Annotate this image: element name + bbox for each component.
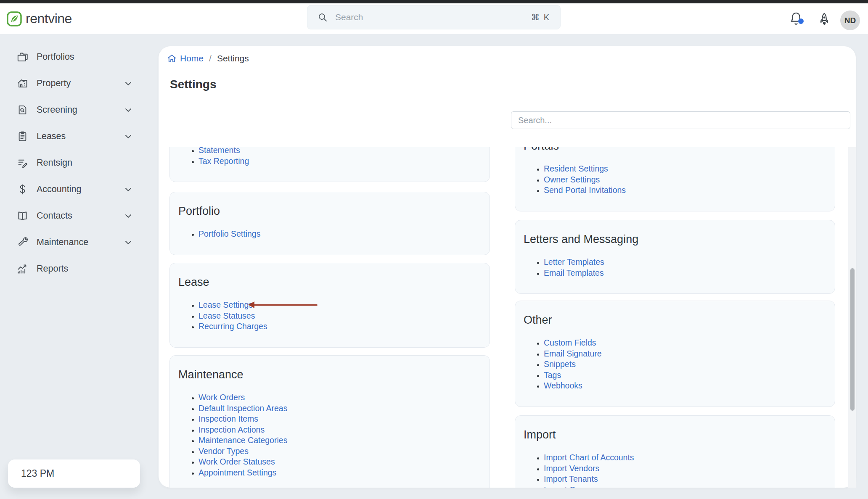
sidebar-label: Maintenance (37, 237, 88, 248)
sidebar-label: Reports (37, 264, 68, 274)
settings-link-item: Appointment Settings (198, 467, 473, 478)
card-title: Portfolio (178, 204, 473, 219)
breadcrumb-home-link[interactable]: Home (180, 53, 204, 63)
sidebar-item-leases[interactable]: Leases (0, 123, 159, 150)
settings-link-item: Work Orders (198, 392, 473, 403)
sidebar-item-portfolios[interactable]: Portfolios (0, 44, 159, 70)
settings-link[interactable]: Tags (544, 370, 561, 380)
breadcrumb-separator: / (209, 53, 212, 63)
settings-link[interactable]: Import Vendors (544, 464, 599, 473)
sidebar-item-accounting[interactable]: Accounting (0, 176, 159, 203)
settings-link[interactable]: Email Signature (544, 349, 602, 358)
settings-link[interactable]: Inspection Actions (198, 425, 265, 434)
settings-link-item: Webhooks (544, 380, 818, 391)
settings-link[interactable]: Inspection Items (198, 414, 258, 423)
scrollbar-thumb[interactable] (850, 268, 855, 411)
settings-link[interactable]: Statements (198, 147, 240, 155)
settings-link-item: Snippets (544, 359, 818, 370)
settings-link-item: Import Chart of Accounts (544, 452, 818, 463)
settings-link[interactable]: Import Owners (544, 485, 598, 488)
settings-card-maintenance: Maintenance Work OrdersDefault Inspectio… (169, 355, 490, 488)
folders-icon (17, 51, 28, 63)
whats-new-rocket-button[interactable] (818, 3, 831, 34)
settings-link-list: Resident SettingsOwner SettingsSend Port… (524, 164, 818, 196)
settings-link-item: Owner Settings (544, 174, 818, 185)
settings-link[interactable]: Import Tenants (544, 474, 598, 483)
settings-link-item: Maintenance Categories (198, 435, 473, 446)
logo-wordmark: rentvine (26, 11, 72, 26)
page-title: Settings (170, 78, 216, 91)
dollar-icon (17, 184, 28, 195)
settings-link-item: Tags (544, 370, 818, 381)
settings-link-item: Email Signature (544, 349, 818, 359)
clock-time: 123 PM (21, 468, 54, 479)
settings-link-item: Default Inspection Areas (198, 403, 473, 414)
settings-link[interactable]: Import Chart of Accounts (544, 453, 634, 462)
settings-link-item: Custom Fields (544, 338, 818, 349)
notification-badge-dot (798, 18, 804, 24)
settings-link-item: Email Templates (544, 268, 818, 279)
sidebar-item-reports[interactable]: Reports (0, 256, 159, 282)
settings-card-letters-messaging: Letters and Messaging Letter TemplatesEm… (515, 220, 835, 294)
chevron-down-icon (124, 213, 132, 219)
settings-link-item: Lease Statuses (198, 311, 473, 322)
settings-link[interactable]: Appointment Settings (198, 468, 276, 477)
clipboard-icon (17, 131, 28, 142)
settings-link[interactable]: Custom Fields (544, 338, 596, 347)
settings-link[interactable]: Recurring Charges (198, 322, 267, 331)
card-title: Import (524, 428, 818, 442)
sidebar-nav: Portfolios Property Screening Leases (0, 44, 159, 282)
home-icon[interactable] (167, 54, 177, 63)
sidebar-item-property[interactable]: Property (0, 70, 159, 97)
settings-link-list: Import Chart of AccountsImport VendorsIm… (524, 452, 818, 488)
house-icon (17, 78, 28, 89)
settings-link-item: Vendor Types (198, 446, 473, 457)
search-shortcut-hint: ⌘ K (531, 12, 550, 22)
settings-link-list: Lease SettingsLease StatusesRecurring Ch… (178, 300, 473, 332)
settings-link[interactable]: Maintenance Categories (198, 436, 287, 445)
settings-link[interactable]: Send Portal Invitations (544, 185, 626, 195)
user-avatar[interactable]: ND (840, 11, 860, 30)
settings-card-other: Other Custom FieldsEmail SignatureSnippe… (515, 301, 835, 407)
global-search-bar[interactable]: Search ⌘ K (307, 5, 561, 29)
settings-link[interactable]: Work Order Statuses (198, 457, 275, 466)
card-title: Lease (178, 275, 473, 290)
sidebar-label: Accounting (37, 184, 81, 195)
settings-link-list: Portfolio Settings (178, 229, 473, 240)
main-content-panel: Home / Settings Settings StatementsTax R… (159, 46, 856, 488)
sidebar-item-maintenance[interactable]: Maintenance (0, 229, 159, 256)
sidebar-item-rentsign[interactable]: Rentsign (0, 150, 159, 176)
annotation-arrow-shaft (253, 304, 318, 306)
settings-link-list: Work OrdersDefault Inspection AreasInspe… (178, 392, 473, 478)
wrench-icon (17, 237, 28, 248)
settings-link[interactable]: Vendor Types (198, 446, 249, 456)
settings-link[interactable]: Resident Settings (544, 164, 608, 173)
settings-link-list: Custom FieldsEmail SignatureSnippetsTags… (524, 338, 818, 391)
settings-link[interactable]: Lease Settings (198, 300, 253, 309)
sidebar-label: Portfolios (37, 52, 74, 62)
settings-link[interactable]: Default Inspection Areas (198, 404, 287, 413)
settings-card-lease: Lease Lease SettingsLease StatusesRecurr… (169, 263, 490, 348)
settings-link[interactable]: Letter Templates (544, 257, 604, 267)
notifications-button[interactable] (789, 3, 803, 34)
settings-link[interactable]: Tax Reporting (198, 156, 249, 166)
settings-search-input[interactable] (511, 111, 850, 129)
sidebar-label: Screening (37, 105, 77, 115)
sidebar-item-contacts[interactable]: Contacts (0, 203, 159, 229)
settings-link-list: StatementsTax Reporting (178, 147, 473, 166)
settings-link[interactable]: Email Templates (544, 268, 604, 277)
settings-link[interactable]: Webhooks (544, 381, 582, 390)
rentvine-logo[interactable]: rentvine (7, 3, 72, 34)
settings-card-accounting-partial: StatementsTax Reporting (169, 147, 490, 182)
chevron-down-icon (124, 107, 132, 113)
chevron-down-icon (124, 134, 132, 140)
settings-link[interactable]: Snippets (544, 359, 576, 369)
annotation-arrow (248, 301, 318, 308)
chevron-down-icon (124, 187, 132, 193)
settings-link[interactable]: Owner Settings (544, 175, 600, 184)
settings-link[interactable]: Portfolio Settings (198, 229, 260, 238)
sidebar-label: Contacts (37, 211, 72, 221)
settings-link[interactable]: Lease Statuses (198, 311, 255, 320)
settings-link[interactable]: Work Orders (198, 393, 245, 402)
sidebar-item-screening[interactable]: Screening (0, 97, 159, 123)
